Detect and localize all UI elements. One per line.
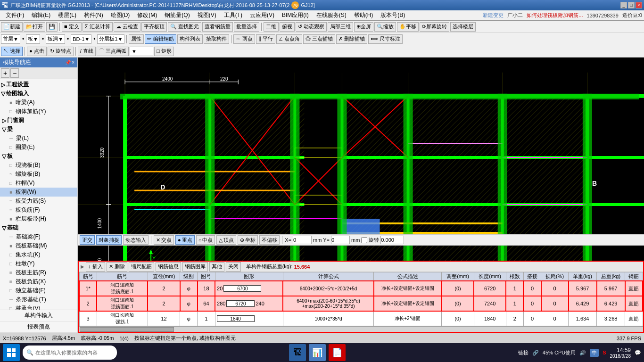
rebar-row-3[interactable]: 3 洞口长跨加强筋.1 12 φ 1 1840 1000+2*35*d <box>79 311 643 326</box>
select-floor-btn[interactable]: 选择楼层 <box>450 22 476 32</box>
nav-item-anl[interactable]: ■ 暗梁(A) <box>0 98 77 107</box>
define-btn[interactable]: ■ 定义 <box>62 22 82 32</box>
insert-rebar-btn[interactable]: ↓ 插入 <box>86 262 105 272</box>
floor-dropdown[interactable]: 首层 ▼ <box>1 34 20 44</box>
shape-dropdown[interactable]: ▼ <box>130 47 153 56</box>
horizontal-scrollbar[interactable] <box>79 326 643 332</box>
edit-rebar-btn[interactable]: ✏ 编辑钢筋 <box>145 34 176 44</box>
arc-btn[interactable]: ⌒ 三点画弧 <box>97 47 129 56</box>
line-btn[interactable]: / 直线 <box>78 47 96 56</box>
nav-item-qiti[interactable]: □ 砌体加筋(Y) <box>0 107 77 116</box>
menu-cloud[interactable]: 云应用(V) <box>246 10 278 20</box>
rotate-btn[interactable]: ↺ 动态观察 <box>296 22 327 32</box>
nav-group-slab[interactable]: ▽ 板 <box>0 152 77 161</box>
batch-sel-btn[interactable]: 批量选择 <box>234 22 259 32</box>
snap-btn[interactable]: 对象捕捉 <box>96 235 122 245</box>
rotate-input[interactable] <box>380 236 404 244</box>
top-view-btn[interactable]: 俯视 <box>280 22 295 32</box>
layer-dropdown[interactable]: 分层板1 ▼ <box>97 34 124 44</box>
pan-btn[interactable]: ✋平移 <box>397 22 419 32</box>
subtype-dropdown[interactable]: 板洞 ▼ <box>46 34 65 44</box>
open-btn[interactable]: 📂打开 <box>24 22 45 32</box>
titlebar-controls[interactable]: _ □ × <box>620 2 642 8</box>
y-input[interactable] <box>331 236 350 244</box>
three-pt-btn[interactable]: ◎ 三点辅轴 <box>303 34 335 44</box>
rect-btn[interactable]: □ 矩形 <box>154 47 174 56</box>
search-box[interactable]: 🔍 在这里输入你要搜索的内容 <box>23 346 117 360</box>
zoom-btn[interactable]: 🔍缩放 <box>374 22 396 32</box>
nav-item-ztc[interactable]: □ 桩承台(V) <box>0 304 77 310</box>
volume-icon[interactable]: 🔊 <box>579 350 586 356</box>
nav-group-foundation[interactable]: ▽ 基础 <box>0 223 77 232</box>
dim-btn[interactable]: ⟺ 尺寸标注 <box>368 34 403 44</box>
start-btn[interactable] <box>3 344 20 361</box>
parallel-btn[interactable]: ∥ 平行 <box>256 34 275 44</box>
rebar-row-2[interactable]: 2 洞口短跨加强筋面筋.1 2 φ 64 280 6720 240 <box>79 296 643 311</box>
task-icon-1[interactable]: 🏗 <box>289 344 306 361</box>
x-input[interactable] <box>293 236 312 244</box>
menu-help[interactable]: 帮助(H) <box>350 10 377 20</box>
menu-online[interactable]: 在线服务(S) <box>313 10 350 20</box>
nav-item-jcl[interactable]: ─ 基础梁(F) <box>0 232 77 241</box>
minimize-button[interactable]: _ <box>620 2 627 8</box>
nav-item-txj[interactable]: ─ 条形基础(T) <box>0 295 77 304</box>
2d-btn[interactable]: 二维 <box>264 22 279 32</box>
orthogonal-btn[interactable]: 正交 <box>80 235 95 245</box>
nav-item-beam-l[interactable]: ─ 梁(L) <box>0 134 77 143</box>
menu-draw[interactable]: 绘图(D) <box>107 10 134 20</box>
comp-list-btn[interactable]: 构件列表 <box>177 34 203 44</box>
nav-item-lcbd[interactable]: ■ 栏层板带(H) <box>0 214 77 223</box>
property-btn[interactable]: 属性 <box>129 34 144 44</box>
nav-group-beam[interactable]: ▽ 梁 <box>0 125 77 134</box>
nav-item-jsk[interactable]: □ 集水坑(K) <box>0 250 77 259</box>
intersection-btn[interactable]: ✕ 交点 <box>154 235 174 245</box>
nav-item-zhm[interactable]: □ 柱帽(V) <box>0 179 77 188</box>
report-btn[interactable]: 报表预览 <box>0 321 77 333</box>
nav-item-ql[interactable]: □ 圈梁(E) <box>0 143 77 152</box>
nav-item-fbzj[interactable]: ≡ 筏板主筋(R) <box>0 268 77 277</box>
task-icon-2[interactable]: 📊 <box>309 344 326 361</box>
close-rebar-btn[interactable]: 关闭 <box>226 262 241 272</box>
fullscreen-btn[interactable]: ⊞全屏 <box>354 22 373 32</box>
save-btn[interactable]: 💾 <box>46 22 58 32</box>
menu-bim[interactable]: BIM应用(I) <box>278 10 313 20</box>
nav-section-drawing[interactable]: ▽ 绘图输入 <box>0 89 77 98</box>
lang-indicator[interactable]: 中 <box>590 349 599 357</box>
notification-icon[interactable]: 💬 <box>635 350 641 356</box>
center-btn[interactable]: ○ 中点 <box>196 235 215 245</box>
calc-btn[interactable]: Σ 汇总计算 <box>83 22 113 32</box>
midpoint-btn[interactable]: ● 重点 <box>175 235 195 245</box>
nav-item-zhd[interactable]: □ 柱墩(Y) <box>0 259 77 268</box>
nav-item-xjb[interactable]: □ 现浇板(B) <box>0 161 77 170</box>
menu-rebar-qty[interactable]: 钢筋量(Q) <box>161 10 193 20</box>
single-comp-btn[interactable]: 单构件输入 <box>0 310 77 321</box>
nav-section-engineering[interactable]: ▷ 工程设置 <box>0 80 77 89</box>
coord-btn[interactable]: ⊕ 坐标 <box>238 235 258 245</box>
rotate-check[interactable] <box>361 237 367 243</box>
menu-version[interactable]: 版本号(B) <box>377 10 409 20</box>
nav-dock-icon[interactable]: 📌 <box>65 60 71 65</box>
local-3d-btn[interactable]: 局部三维 <box>328 22 353 32</box>
type-dropdown[interactable]: 板 ▼ <box>26 34 40 44</box>
menu-view[interactable]: 视图(V) <box>194 10 220 20</box>
other-btn[interactable]: 其他 <box>209 262 224 272</box>
scale-rebar-btn[interactable]: 缩尺配筋 <box>129 262 154 272</box>
delete-rebar-btn[interactable]: ✕ 删除 <box>107 262 127 272</box>
nav-group-door[interactable]: ▷ 门窗洞 <box>0 116 77 125</box>
new-change-btn[interactable]: 新建变更 <box>483 12 504 19</box>
menu-component[interactable]: 构件(N) <box>80 10 107 20</box>
nav-item-fbfj[interactable]: ≡ 筏板负筋(X) <box>0 277 77 286</box>
nav-minus-btn[interactable]: − <box>10 68 19 78</box>
two-point-btn[interactable]: ↔ 两点 <box>233 34 255 44</box>
menu-floor[interactable]: 楼层(L) <box>54 10 80 20</box>
pick-comp-btn[interactable]: 拾取构件 <box>204 34 229 44</box>
menu-file[interactable]: 文件(F) <box>2 10 28 20</box>
nav-item-fbj[interactable]: ≡ 板负筋(F) <box>0 206 77 214</box>
new-btn[interactable]: 📄新建 <box>1 22 23 32</box>
no-offset-btn[interactable]: 不偏移 <box>259 235 280 245</box>
select-tool-btn[interactable]: ↖ 选择 <box>1 47 23 56</box>
close-button[interactable]: × <box>636 2 642 8</box>
angle-btn[interactable]: ∠ 点点角 <box>276 34 302 44</box>
nav-item-bd[interactable]: ■ 板洞(W) <box>0 188 77 197</box>
cloud-check-btn[interactable]: ☁ 云检查 <box>114 22 140 32</box>
